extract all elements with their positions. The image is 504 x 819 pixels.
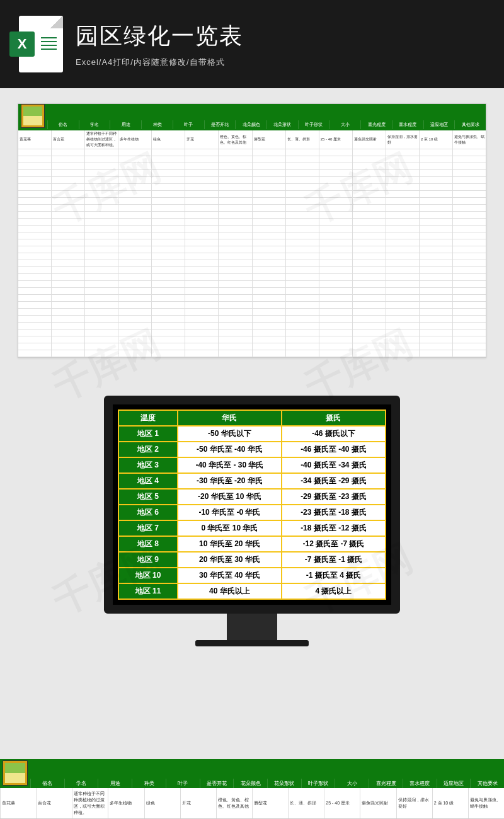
table-cell — [252, 288, 285, 294]
table-row — [18, 239, 486, 246]
table-cell — [84, 329, 118, 336]
table-cell: 避免强光照射 — [352, 130, 386, 149]
column-header: 喜光程度 — [360, 120, 392, 129]
table-cell — [18, 232, 51, 239]
table-cell — [386, 316, 419, 322]
table-cell — [51, 309, 84, 315]
table-cell — [218, 184, 251, 190]
table-cell — [452, 205, 486, 211]
table-cell — [185, 274, 218, 280]
table-cell — [185, 260, 218, 266]
table-cell — [386, 302, 419, 308]
table-cell — [452, 316, 486, 322]
table-cell — [118, 177, 151, 183]
table-row — [18, 149, 486, 156]
column-header: 喜光程度 — [369, 779, 403, 788]
table-cell — [252, 329, 285, 336]
table-cell — [185, 163, 218, 169]
table-cell — [386, 177, 419, 183]
column-header: 叶子形状 — [301, 779, 335, 788]
table-row: 黄花菜百合花通常种植于不同种类植物的过渡区，或可大面积种植。多年生植物绿色开花橙… — [18, 130, 486, 149]
table-cell — [319, 336, 352, 343]
table-cell — [18, 191, 51, 197]
table-cell — [285, 329, 319, 336]
table-cell — [218, 267, 251, 273]
table-cell — [151, 336, 185, 343]
page-title: 园区绿化一览表 — [76, 21, 243, 52]
table-cell — [419, 343, 452, 350]
table-cell — [386, 212, 419, 218]
table-cell — [419, 205, 452, 211]
table-cell — [218, 156, 251, 163]
table-cell — [319, 219, 352, 225]
column-header: 叶子形状 — [298, 120, 329, 129]
table-cell — [84, 274, 118, 280]
table-cell — [285, 336, 319, 343]
table-cell — [252, 205, 285, 211]
table-cell — [51, 156, 84, 163]
table-cell — [18, 170, 51, 176]
table-cell — [419, 149, 452, 156]
table-cell — [285, 260, 319, 266]
table-cell: 开花 — [180, 788, 216, 818]
zone-cell: 地区 1 — [119, 427, 177, 441]
zone-cell: 地区 9 — [119, 553, 177, 567]
table-cell — [319, 288, 352, 294]
table-cell — [452, 343, 486, 350]
table-row — [18, 170, 486, 177]
table-cell — [151, 295, 185, 301]
table-cell — [252, 350, 285, 357]
temp-row: 地区 2-50 华氏至 -40 华氏-46 摄氏至 -40 摄氏 — [119, 442, 385, 457]
table-row — [18, 336, 486, 343]
table-cell — [419, 191, 452, 197]
table-cell — [319, 212, 352, 218]
column-header: 花朵颜色 — [235, 120, 266, 129]
table-cell — [51, 288, 84, 294]
table-cell — [185, 281, 218, 287]
table-cell — [185, 316, 218, 322]
table-row — [18, 316, 486, 323]
table-cell — [18, 198, 51, 204]
table-cell — [252, 149, 285, 156]
table-cell — [151, 267, 185, 273]
table-cell — [151, 177, 185, 183]
table-cell — [352, 316, 386, 322]
column-header: 其他要求 — [470, 779, 504, 788]
table-cell — [118, 163, 151, 169]
table-cell — [151, 281, 185, 287]
table-cell: 2 至 10 级 — [419, 130, 452, 149]
table-cell — [452, 302, 486, 308]
table-cell — [352, 156, 386, 163]
column-header: 喜水程度 — [403, 779, 437, 788]
table-cell — [84, 232, 118, 239]
table-cell — [118, 219, 151, 225]
strip-column-headers: 俗名学名用途种类叶子是否开花花朵颜色花朵形状叶子形状大小喜光程度喜水程度适应地区… — [30, 779, 504, 788]
table-cell — [218, 177, 251, 183]
monitor-frame: 温度华氏摄氏 地区 1-50 华氏以下-46 摄氏以下地区 2-50 华氏至 -… — [104, 396, 400, 646]
table-cell — [252, 239, 285, 246]
table-cell — [352, 232, 386, 239]
table-cell — [151, 170, 185, 176]
table-cell — [419, 184, 452, 190]
table-cell — [118, 149, 151, 156]
table-cell — [18, 281, 51, 287]
table-cell — [285, 149, 319, 156]
table-cell — [352, 350, 386, 357]
table-cell — [452, 149, 486, 156]
table-cell — [51, 260, 84, 266]
table-cell — [386, 336, 419, 343]
temp-row: 地区 1140 华氏以上4 摄氏以上 — [119, 584, 385, 598]
table-row — [18, 191, 486, 198]
table-cell — [51, 212, 84, 218]
table-cell — [419, 260, 452, 266]
table-cell — [84, 205, 118, 211]
table-cell — [285, 309, 319, 315]
temp-body: 地区 1-50 华氏以下-46 摄氏以下地区 2-50 华氏至 -40 华氏-4… — [119, 427, 385, 598]
table-cell — [151, 288, 185, 294]
column-header: 种类 — [141, 120, 173, 129]
table-cell — [185, 219, 218, 225]
table-row — [18, 184, 486, 191]
table-cell — [252, 246, 285, 253]
table-cell — [218, 205, 251, 211]
table-row — [18, 302, 486, 309]
